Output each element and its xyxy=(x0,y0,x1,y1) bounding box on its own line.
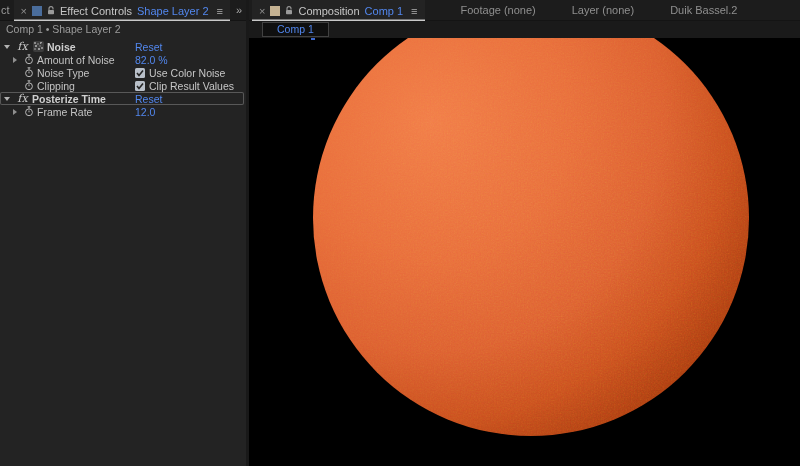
checkbox-label[interactable]: Use Color Noise xyxy=(149,67,225,79)
property-value[interactable]: 82.0 % xyxy=(135,54,168,66)
checkbox-checked[interactable] xyxy=(135,68,145,78)
property-name[interactable]: Clipping xyxy=(37,80,75,92)
effect-name[interactable]: Posterize Time xyxy=(32,93,106,105)
ruler-marker xyxy=(311,38,315,40)
left-tab-bar: ct × Effect Controls Shape Layer 2 ≡ » xyxy=(0,0,246,21)
lock-icon[interactable] xyxy=(47,5,55,17)
panel-target-layer: Shape Layer 2 xyxy=(137,5,209,17)
property-row-clipping[interactable]: Clipping Clip Result Values xyxy=(0,79,246,92)
twirl-open-icon[interactable] xyxy=(4,97,10,101)
composition-panel-icon xyxy=(270,6,280,16)
composition-panel: × Composition Comp 1 ≡ Footage (none) La… xyxy=(249,0,800,466)
close-icon[interactable]: × xyxy=(259,5,265,17)
effect-name[interactable]: Noise xyxy=(47,41,76,53)
overflow-chevron-icon[interactable]: » xyxy=(230,0,247,20)
tab-effect-controls[interactable]: × Effect Controls Shape Layer 2 ≡ xyxy=(14,0,230,21)
property-name[interactable]: Frame Rate xyxy=(37,106,92,118)
property-name[interactable]: Amount of Noise xyxy=(37,54,115,66)
panel-menu-icon[interactable]: ≡ xyxy=(217,5,223,17)
effect-row-noise[interactable]: fx Noise Reset xyxy=(0,40,246,53)
tab-composition[interactable]: × Composition Comp 1 ≡ xyxy=(252,0,425,21)
twirl-open-icon[interactable] xyxy=(4,45,10,49)
twirl-closed-icon[interactable] xyxy=(13,109,17,115)
property-row-noise-type[interactable]: Noise Type Use Color Noise xyxy=(0,66,246,79)
tab-footage[interactable]: Footage (none) xyxy=(461,0,536,20)
right-tab-bar: × Composition Comp 1 ≡ Footage (none) La… xyxy=(249,0,800,21)
composition-canvas xyxy=(249,38,800,466)
after-effects-window: ct × Effect Controls Shape Layer 2 ≡ » C… xyxy=(0,0,800,466)
panel-menu-icon[interactable]: ≡ xyxy=(411,5,417,17)
effect-controls-panel: ct × Effect Controls Shape Layer 2 ≡ » C… xyxy=(0,0,246,466)
tab-layer[interactable]: Layer (none) xyxy=(572,0,634,20)
effect-row-posterize-time[interactable]: fx Posterize Time Reset xyxy=(0,92,244,105)
effect-controls-panel-icon xyxy=(32,6,42,16)
panel-target-comp: Comp 1 xyxy=(365,5,404,17)
reset-link[interactable]: Reset xyxy=(135,41,162,53)
reset-link[interactable]: Reset xyxy=(135,93,162,105)
panel-title: Effect Controls xyxy=(60,5,132,17)
close-icon[interactable]: × xyxy=(21,5,27,17)
composition-viewer[interactable] xyxy=(249,38,800,466)
fx-icon[interactable]: fx xyxy=(15,92,30,105)
truncated-project-tab[interactable]: ct xyxy=(0,0,14,20)
twirl-closed-icon[interactable] xyxy=(13,57,17,63)
stopwatch-icon[interactable] xyxy=(22,106,36,117)
stopwatch-icon[interactable] xyxy=(22,67,36,78)
fx-icon[interactable]: fx xyxy=(15,40,30,53)
effects-list: fx Noise Reset xyxy=(0,38,246,118)
stopwatch-icon[interactable] xyxy=(22,54,36,65)
checkbox-label[interactable]: Clip Result Values xyxy=(149,80,234,92)
noise-effect-thumbnail xyxy=(31,41,45,52)
property-row-amount-of-noise[interactable]: Amount of Noise 82.0 % xyxy=(0,53,246,66)
viewer-tab-comp1[interactable]: Comp 1 xyxy=(262,22,329,37)
property-name[interactable]: Noise Type xyxy=(37,67,89,79)
effect-controls-context-bar: Comp 1 • Shape Layer 2 xyxy=(0,21,246,38)
panel-title: Composition xyxy=(298,5,359,17)
checkbox-checked[interactable] xyxy=(135,81,145,91)
noise-sphere-layer xyxy=(249,38,800,466)
viewer-tab-strip: Comp 1 xyxy=(249,21,800,38)
tab-duik-bassel[interactable]: Duik Bassel.2 xyxy=(670,0,737,20)
property-value[interactable]: 12.0 xyxy=(135,106,155,118)
property-row-frame-rate[interactable]: Frame Rate 12.0 xyxy=(0,105,246,118)
stopwatch-icon[interactable] xyxy=(22,80,36,91)
lock-icon[interactable] xyxy=(285,5,293,17)
